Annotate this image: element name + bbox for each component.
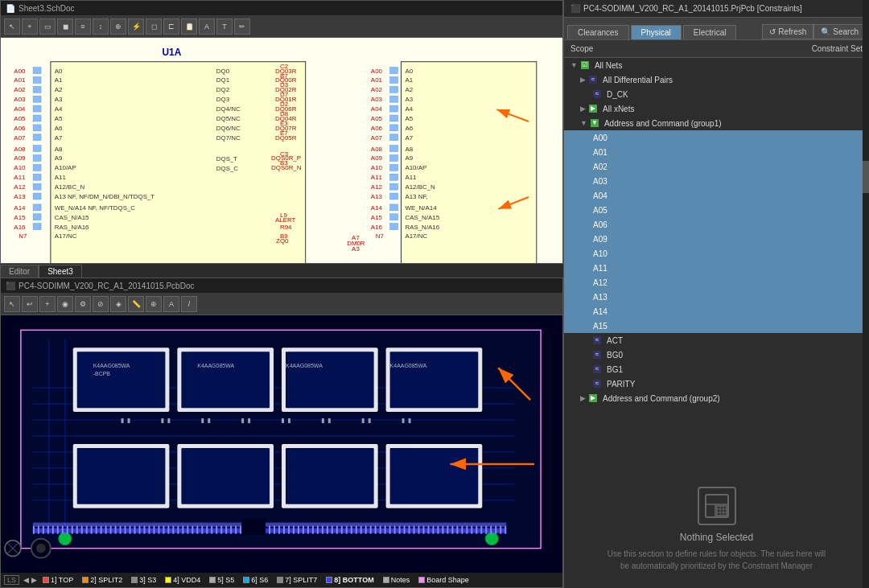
svg-text:A12: A12 <box>14 183 25 191</box>
layer-8-bottom[interactable]: 8] BOTTOM <box>323 574 377 586</box>
net-tool[interactable]: ≡ <box>75 19 91 35</box>
pcb-3d-tool[interactable]: ◈ <box>110 296 126 312</box>
tree-bg0[interactable]: ≈ BG0 <box>564 347 869 362</box>
tree-a01[interactable]: A01 <box>564 145 869 159</box>
svg-text:-BCPB: -BCPB <box>93 371 111 376</box>
pcb-line-tool[interactable]: / <box>181 296 197 312</box>
editor-tab[interactable]: Editor <box>0 265 39 278</box>
svg-text:A13    NF,: A13 NF, <box>405 193 427 200</box>
svg-rect-298 <box>201 418 204 423</box>
layer-1-top[interactable]: 1] TOP <box>39 574 76 586</box>
tree-a09[interactable]: A09 <box>564 232 869 246</box>
tree-addr-cmd-g1[interactable]: ▼ ▼ Address and Command (group1) <box>564 116 869 130</box>
text-tool[interactable]: T <box>216 19 233 35</box>
pcb-add-tool[interactable]: + <box>39 296 56 312</box>
svg-text:DQ1: DQ1 <box>216 76 230 84</box>
pcb-place-tool[interactable]: ⊕ <box>146 296 162 312</box>
layer-4-vdd4[interactable]: 4] VDD4 <box>162 574 204 586</box>
tree-a10[interactable]: A10 <box>564 246 869 261</box>
svg-rect-226 <box>187 526 188 534</box>
layer-3-s3[interactable]: 3] S3 <box>128 574 159 586</box>
svg-text:A13: A13 <box>371 193 383 200</box>
pcb-route-tool[interactable]: ↩ <box>22 296 38 312</box>
parity-icon: ≈ <box>593 380 601 388</box>
layer-7-split7[interactable]: 7] SPLIT7 <box>274 574 320 586</box>
bg0-label: BG0 <box>607 351 623 360</box>
layer-notes[interactable]: Notes <box>380 574 414 586</box>
component-tool[interactable]: ◻ <box>146 19 162 35</box>
tree-bg1[interactable]: ≈ BG1 <box>564 362 869 376</box>
place-tool[interactable]: ⊕ <box>110 19 126 35</box>
layer-6-s6[interactable]: 6] S6 <box>240 574 271 586</box>
sheet-tool[interactable]: 📋 <box>181 19 197 35</box>
constraints-tree[interactable]: ▼ ☑ All Nets ▶ ≈ All Differential Pairs … <box>564 58 869 471</box>
ls-indicator[interactable]: LS <box>4 575 19 585</box>
svg-rect-256 <box>332 526 333 534</box>
svg-rect-232 <box>216 526 217 534</box>
tree-a04[interactable]: A04 <box>564 188 869 203</box>
pcb-select-tool[interactable]: ↖ <box>4 296 20 312</box>
layer-nav-back[interactable]: ◀ <box>23 576 29 584</box>
svg-rect-307 <box>369 418 371 423</box>
power-tool[interactable]: ⚡ <box>128 19 144 35</box>
parity-label: PARITY <box>607 380 635 389</box>
svg-rect-295 <box>128 418 130 423</box>
tree-a06[interactable]: A06 <box>564 217 869 232</box>
svg-rect-305 <box>328 418 331 423</box>
pcb-via-tool[interactable]: ◉ <box>57 296 73 312</box>
svg-text:A07: A07 <box>371 134 382 142</box>
tree-a03[interactable]: A03 <box>564 174 869 188</box>
svg-rect-207 <box>96 526 97 534</box>
tree-a13[interactable]: A13 <box>564 290 869 304</box>
svg-rect-306 <box>362 418 364 423</box>
a06-label: A06 <box>593 220 607 229</box>
pcb-measure-tool[interactable]: 📏 <box>128 296 144 312</box>
a02-label: A02 <box>593 162 607 171</box>
tree-act[interactable]: ≈ ACT <box>564 333 869 347</box>
tree-a02[interactable]: A02 <box>564 159 869 174</box>
tree-a15[interactable]: A15 <box>564 319 869 333</box>
tree-a12[interactable]: A12 <box>564 275 869 290</box>
select-tool[interactable]: ↖ <box>4 19 20 35</box>
layer-5-s5[interactable]: 5] S5 <box>206 574 237 586</box>
svg-rect-267 <box>385 526 386 534</box>
layer-2-split2[interactable]: 2] SPLIT2 <box>79 574 126 586</box>
bus-tool[interactable]: ▭ <box>39 19 56 35</box>
tree-a11[interactable]: A11 <box>564 261 869 275</box>
electrical-tab[interactable]: Electrical <box>683 25 737 39</box>
sheet3-tab[interactable]: Sheet3 <box>39 265 82 278</box>
junction-tool[interactable]: ◼ <box>57 19 73 35</box>
pcb-fan-tool[interactable]: ⚙ <box>75 296 91 312</box>
clearances-tab[interactable]: Clearances <box>567 25 629 39</box>
tree-a00[interactable]: A00 <box>564 130 869 145</box>
param-tool[interactable]: A <box>199 19 215 35</box>
refresh-btn[interactable]: ↺ Refresh <box>762 24 813 39</box>
draw-tool[interactable]: ✏ <box>234 19 250 35</box>
search-btn[interactable]: 🔍 Search <box>813 24 866 39</box>
tree-addr-cmd-g2[interactable]: ▶ ▶ Address and Command (group2) <box>564 391 869 405</box>
schematic-content: U1A A00 A01 A02 A03 A04 A05 A06 A07 A08 … <box>1 38 562 277</box>
port-tool[interactable]: ⊏ <box>163 19 179 35</box>
tree-a14[interactable]: A14 <box>564 304 869 319</box>
pcb-text-tool[interactable]: A <box>163 296 179 312</box>
svg-rect-291 <box>500 526 501 534</box>
tree-d-ck[interactable]: ≈ D_CK <box>564 87 869 101</box>
layer-board-shape[interactable]: Board Shape <box>415 574 472 586</box>
wire-tool[interactable]: + <box>22 19 38 35</box>
label-tool[interactable]: ↕ <box>93 19 109 35</box>
tree-all-xnets[interactable]: ▶ ▶ All xNets <box>564 101 869 116</box>
layer-nav-fwd[interactable]: ▶ <box>31 576 37 584</box>
a09-label: A09 <box>593 235 607 244</box>
svg-rect-119 <box>390 155 398 162</box>
search-label: Search <box>833 27 859 36</box>
tree-parity[interactable]: ≈ PARITY <box>564 376 869 391</box>
tree-scrollbar-thumb[interactable] <box>863 161 869 193</box>
physical-tab[interactable]: Physical <box>631 25 682 39</box>
svg-rect-279 <box>442 526 443 534</box>
tree-all-nets[interactable]: ▼ ☑ All Nets <box>564 58 869 72</box>
pcb-interactive-tool[interactable]: ⊘ <box>93 296 109 312</box>
tree-all-diff-pairs[interactable]: ▶ ≈ All Differential Pairs <box>564 72 869 87</box>
svg-rect-302 <box>282 418 284 423</box>
tree-a05[interactable]: A05 <box>564 203 869 217</box>
tree-scrollbar[interactable] <box>863 58 869 471</box>
